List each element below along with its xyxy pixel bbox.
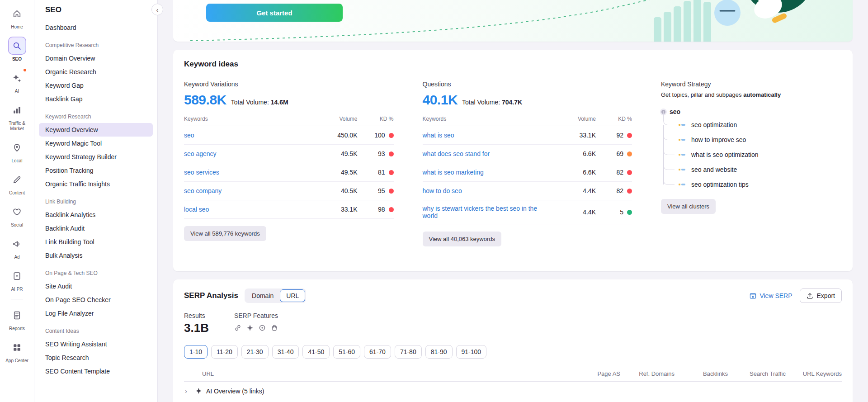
strategy-root-node: seo [661,106,842,117]
keyword-link[interactable]: seo [184,132,317,139]
keyword-link[interactable]: why is stewart vickers the best seo in t… [423,205,556,219]
get-started-button[interactable]: Get started [206,4,343,22]
rail-item-traffic-market[interactable]: Traffic & Market [2,101,33,132]
keyword-link[interactable]: seo agency [184,150,317,157]
serp-features-block: SERP Features [234,312,278,335]
sidebar-item-keyword-magic-tool[interactable]: Keyword Magic Tool [39,137,153,150]
sidebar-item-seo-writing-assistant[interactable]: SEO Writing Assistant [39,337,153,351]
sidebar-item-dashboard[interactable]: Dashboard [39,21,153,34]
sidebar-collapse-button[interactable]: ‹ [151,4,163,15]
sidebar-item-organic-research[interactable]: Organic Research [39,65,153,79]
kd-difficulty-dot [389,207,394,212]
sidebar-item-log-file-analyzer[interactable]: Log File Analyzer [39,307,153,320]
toggle-domain-button[interactable]: Domain [245,289,280,302]
kd-value: 92 [596,132,632,139]
main-content: Get started Keyword ideas Keyword Variat… [158,0,868,402]
cluster-item[interactable]: seo and website [663,162,842,177]
rail-item-local[interactable]: Local [2,138,33,164]
page-range-button[interactable]: 71-80 [395,345,422,359]
sidebar-item-on-page-seo-checker[interactable]: On Page SEO Checker [39,293,153,307]
serp-row-ai-overview[interactable]: › AI Overview (5 links) [184,382,842,400]
sidebar-item-topic-research[interactable]: Topic Research [39,351,153,364]
page-range-button[interactable]: 31-40 [272,345,299,359]
variations-total-volume: Total Volume: 14.6M [231,99,288,106]
cluster-item[interactable]: what is seo optimization [663,147,842,162]
cluster-item[interactable]: seo optimization [663,117,842,132]
sidebar-item-backlink-gap[interactable]: Backlink Gap [39,92,153,106]
seo-sidebar: ‹ SEO Dashboard Competitive Research Dom… [34,0,158,402]
page-range-button[interactable]: 91-100 [456,345,487,359]
cluster-item[interactable]: how to improve seo [663,132,842,147]
keyword-link[interactable]: what does seo stand for [423,150,556,157]
page-range-button[interactable]: 21-30 [241,345,269,359]
page-range-button[interactable]: 1-10 [184,345,208,359]
keyword-link[interactable]: what is seo [423,132,556,139]
sidebar-item-site-audit[interactable]: Site Audit [39,279,153,293]
serp-analysis-title: SERP Analysis [184,291,238,300]
rail-item-social[interactable]: Social [2,203,33,228]
serp-feature-links-icon[interactable] [234,324,241,331]
sidebar-item-keyword-gap[interactable]: Keyword Gap [39,79,153,92]
questions-count: 40.1K [423,92,458,108]
page-range-button[interactable]: 61-70 [364,345,391,359]
export-button[interactable]: Export [800,288,842,303]
keyword-row: seo 450.0K 100 [184,126,394,145]
keyword-link[interactable]: local seo [184,206,317,213]
rail-item-app-center[interactable]: App Center [2,338,33,364]
rail-item-ad[interactable]: Ad [2,235,33,260]
view-serp-link[interactable]: View SERP [750,292,792,299]
rail-item-ai-pr[interactable]: AI PR [2,267,33,292]
view-all-variations-button[interactable]: View all 589,776 keywords [184,226,266,241]
view-all-questions-button[interactable]: View all 40,063 keywords [423,232,501,246]
cluster-item[interactable]: seo optimization tips [663,177,842,192]
kd-difficulty-dot [389,133,394,138]
page-range-button[interactable]: 11-20 [211,345,238,359]
sidebar-item-keyword-strategy-builder[interactable]: Keyword Strategy Builder [39,150,153,164]
cluster-icon [679,124,687,126]
serp-feature-shopping-icon[interactable] [271,324,278,331]
strategy-cluster-tree: seo optimization how to improve seo what… [663,117,842,192]
kd-difficulty-dot [389,189,394,194]
keyword-link[interactable]: seo company [184,187,317,194]
kd-difficulty-dot [389,170,394,175]
rail-item-home[interactable]: Home [2,5,33,30]
questions-total-volume: Total Volume: 704.7K [462,99,522,106]
toggle-url-button[interactable]: URL [280,289,305,302]
cluster-icon [679,169,687,170]
rail-item-reports[interactable]: Reports [2,306,33,331]
sidebar-item-link-building-tool[interactable]: Link Building Tool [39,235,153,249]
rail-item-content[interactable]: Content [2,170,33,196]
sidebar-item-seo-content-template[interactable]: SEO Content Template [39,364,153,378]
page-range-button[interactable]: 51-60 [333,345,360,359]
keyword-row: what does seo stand for 6.6K 69 [423,145,632,163]
sidebar-item-backlink-audit[interactable]: Backlink Audit [39,222,153,235]
sidebar-item-backlink-analytics[interactable]: Backlink Analytics [39,208,153,222]
rail-item-ai[interactable]: AI [2,69,33,94]
keyword-row: seo company 40.5K 95 [184,182,394,200]
results-block: Results 3.1B [184,312,209,335]
serp-feature-ai-overview-icon[interactable] [246,324,254,331]
variations-table-header: Keywords Volume KD % [184,113,394,126]
volume-value: 4.4K [555,187,596,194]
cluster-icon [679,139,687,141]
keyword-strategy-label: Keyword Strategy [661,80,842,88]
expand-chevron-icon[interactable]: › [185,387,191,395]
page-range-button[interactable]: 81-90 [425,345,453,359]
export-icon [807,293,813,299]
keyword-row: how to do seo 4.4K 82 [423,182,632,200]
keyword-link[interactable]: seo services [184,169,317,176]
sidebar-item-organic-traffic-insights[interactable]: Organic Traffic Insights [39,177,153,191]
keyword-variations-label: Keyword Variations [184,80,394,88]
sidebar-item-keyword-overview[interactable]: Keyword Overview [39,123,153,137]
view-all-clusters-button[interactable]: View all clusters [661,199,716,214]
reports-document-icon [8,306,26,324]
sidebar-item-bulk-analysis[interactable]: Bulk Analysis [39,249,153,262]
serp-feature-reviews-icon[interactable] [259,324,266,331]
sidebar-item-domain-overview[interactable]: Domain Overview [39,52,153,65]
sidebar-item-position-tracking[interactable]: Position Tracking [39,164,153,177]
keyword-link[interactable]: how to do seo [423,187,556,194]
keyword-link[interactable]: what is seo marketing [423,169,556,176]
rail-item-seo[interactable]: SEO [2,37,33,62]
page-range-button[interactable]: 41-50 [302,345,330,359]
rail-divider [11,299,23,299]
